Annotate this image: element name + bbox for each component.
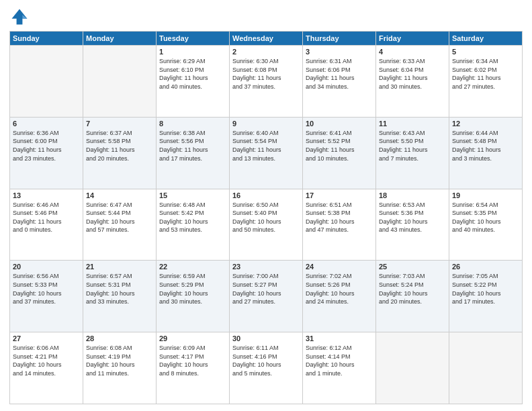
logo	[9, 7, 32, 27]
header	[9, 7, 523, 27]
day-info: Sunrise: 6:06 AMSunset: 4:21 PMDaylight:…	[13, 344, 80, 377]
day-info: Sunrise: 6:37 AMSunset: 5:58 PMDaylight:…	[86, 129, 153, 163]
day-number: 29	[159, 334, 226, 342]
day-info: Sunrise: 6:48 AMSunset: 5:42 PMDaylight:…	[159, 201, 226, 234]
calendar-cell: 29Sunrise: 6:09 AMSunset: 4:17 PMDayligh…	[157, 332, 230, 404]
calendar-cell: 2Sunrise: 6:30 AMSunset: 6:08 PMDaylight…	[230, 46, 303, 118]
calendar-week-row: 20Sunrise: 6:56 AMSunset: 5:33 PMDayligh…	[10, 261, 523, 332]
weekday-header: Wednesday	[230, 32, 303, 46]
logo-icon	[9, 7, 30, 27]
day-number: 3	[306, 48, 373, 56]
day-number: 30	[232, 334, 300, 342]
day-number: 4	[379, 48, 446, 56]
calendar-cell: 5Sunrise: 6:34 AMSunset: 6:02 PMDaylight…	[449, 46, 523, 118]
day-number: 6	[13, 120, 80, 128]
calendar-cell: 1Sunrise: 6:29 AMSunset: 6:10 PMDaylight…	[157, 46, 230, 118]
calendar-cell: 3Sunrise: 6:31 AMSunset: 6:06 PMDaylight…	[303, 46, 376, 118]
day-info: Sunrise: 6:34 AMSunset: 6:02 PMDaylight:…	[452, 57, 519, 91]
day-number: 2	[232, 48, 300, 56]
calendar-cell: 11Sunrise: 6:43 AMSunset: 5:50 PMDayligh…	[376, 117, 449, 189]
day-number: 19	[452, 191, 519, 199]
calendar-cell	[83, 46, 157, 118]
day-number: 8	[159, 120, 226, 128]
day-number: 10	[306, 120, 373, 128]
weekday-header: Monday	[83, 32, 157, 46]
day-number: 11	[379, 120, 446, 128]
day-number: 23	[232, 263, 300, 271]
day-info: Sunrise: 6:41 AMSunset: 5:52 PMDaylight:…	[306, 129, 373, 163]
page: SundayMondayTuesdayWednesdayThursdayFrid…	[0, 0, 532, 411]
calendar-cell: 8Sunrise: 6:38 AMSunset: 5:56 PMDaylight…	[157, 117, 230, 189]
calendar-cell: 9Sunrise: 6:40 AMSunset: 5:54 PMDaylight…	[230, 117, 303, 189]
calendar-cell: 22Sunrise: 6:59 AMSunset: 5:29 PMDayligh…	[157, 261, 230, 332]
day-info: Sunrise: 7:00 AMSunset: 5:27 PMDaylight:…	[232, 272, 300, 306]
calendar-cell: 12Sunrise: 6:44 AMSunset: 5:48 PMDayligh…	[449, 117, 523, 189]
day-info: Sunrise: 7:02 AMSunset: 5:26 PMDaylight:…	[306, 272, 373, 306]
day-info: Sunrise: 6:51 AMSunset: 5:38 PMDaylight:…	[306, 201, 373, 234]
day-info: Sunrise: 7:03 AMSunset: 5:24 PMDaylight:…	[379, 272, 446, 306]
day-info: Sunrise: 6:53 AMSunset: 5:36 PMDaylight:…	[379, 201, 446, 234]
calendar-cell: 23Sunrise: 7:00 AMSunset: 5:27 PMDayligh…	[230, 261, 303, 332]
calendar-cell: 19Sunrise: 6:54 AMSunset: 5:35 PMDayligh…	[449, 189, 523, 261]
calendar-cell: 10Sunrise: 6:41 AMSunset: 5:52 PMDayligh…	[303, 117, 376, 189]
calendar-cell: 24Sunrise: 7:02 AMSunset: 5:26 PMDayligh…	[303, 261, 376, 332]
weekday-header-row: SundayMondayTuesdayWednesdayThursdayFrid…	[10, 32, 523, 46]
day-info: Sunrise: 6:57 AMSunset: 5:31 PMDaylight:…	[86, 272, 153, 306]
day-info: Sunrise: 6:40 AMSunset: 5:54 PMDaylight:…	[232, 129, 300, 163]
calendar-cell: 18Sunrise: 6:53 AMSunset: 5:36 PMDayligh…	[376, 189, 449, 261]
calendar-cell: 7Sunrise: 6:37 AMSunset: 5:58 PMDaylight…	[83, 117, 157, 189]
day-number: 31	[306, 334, 373, 342]
day-info: Sunrise: 6:38 AMSunset: 5:56 PMDaylight:…	[159, 129, 226, 163]
calendar-cell: 4Sunrise: 6:33 AMSunset: 6:04 PMDaylight…	[376, 46, 449, 118]
calendar-cell: 31Sunrise: 6:12 AMSunset: 4:14 PMDayligh…	[303, 332, 376, 404]
calendar-cell: 20Sunrise: 6:56 AMSunset: 5:33 PMDayligh…	[10, 261, 83, 332]
day-number: 9	[232, 120, 300, 128]
day-info: Sunrise: 6:33 AMSunset: 6:04 PMDaylight:…	[379, 57, 446, 91]
calendar-cell	[449, 332, 523, 404]
day-number: 7	[86, 120, 153, 128]
day-number: 25	[379, 263, 446, 271]
day-number: 15	[159, 191, 226, 199]
day-number: 28	[86, 334, 153, 342]
day-info: Sunrise: 6:43 AMSunset: 5:50 PMDaylight:…	[379, 129, 446, 163]
calendar-cell: 6Sunrise: 6:36 AMSunset: 6:00 PMDaylight…	[10, 117, 83, 189]
calendar-cell: 26Sunrise: 7:05 AMSunset: 5:22 PMDayligh…	[449, 261, 523, 332]
calendar-cell: 21Sunrise: 6:57 AMSunset: 5:31 PMDayligh…	[83, 261, 157, 332]
calendar-week-row: 1Sunrise: 6:29 AMSunset: 6:10 PMDaylight…	[10, 46, 523, 118]
day-info: Sunrise: 7:05 AMSunset: 5:22 PMDaylight:…	[452, 272, 519, 306]
day-info: Sunrise: 6:54 AMSunset: 5:35 PMDaylight:…	[452, 201, 519, 234]
day-info: Sunrise: 6:30 AMSunset: 6:08 PMDaylight:…	[232, 57, 300, 91]
calendar-week-row: 6Sunrise: 6:36 AMSunset: 6:00 PMDaylight…	[10, 117, 523, 189]
day-info: Sunrise: 6:12 AMSunset: 4:14 PMDaylight:…	[306, 344, 373, 377]
day-info: Sunrise: 6:08 AMSunset: 4:19 PMDaylight:…	[86, 344, 153, 377]
calendar-cell: 28Sunrise: 6:08 AMSunset: 4:19 PMDayligh…	[83, 332, 157, 404]
day-info: Sunrise: 6:09 AMSunset: 4:17 PMDaylight:…	[159, 344, 226, 377]
day-number: 13	[13, 191, 80, 199]
day-info: Sunrise: 6:44 AMSunset: 5:48 PMDaylight:…	[452, 129, 519, 163]
svg-marker-0	[12, 9, 28, 25]
day-number: 27	[13, 334, 80, 342]
day-number: 18	[379, 191, 446, 199]
day-info: Sunrise: 6:11 AMSunset: 4:16 PMDaylight:…	[232, 344, 300, 377]
day-info: Sunrise: 6:31 AMSunset: 6:06 PMDaylight:…	[306, 57, 373, 91]
day-info: Sunrise: 6:59 AMSunset: 5:29 PMDaylight:…	[159, 272, 226, 306]
calendar-week-row: 27Sunrise: 6:06 AMSunset: 4:21 PMDayligh…	[10, 332, 523, 404]
day-number: 22	[159, 263, 226, 271]
day-info: Sunrise: 6:46 AMSunset: 5:46 PMDaylight:…	[13, 201, 80, 234]
calendar-cell	[10, 46, 83, 118]
calendar-cell: 25Sunrise: 7:03 AMSunset: 5:24 PMDayligh…	[376, 261, 449, 332]
day-number: 16	[232, 191, 300, 199]
day-number: 26	[452, 263, 519, 271]
calendar-cell	[376, 332, 449, 404]
calendar-week-row: 13Sunrise: 6:46 AMSunset: 5:46 PMDayligh…	[10, 189, 523, 261]
calendar-cell: 15Sunrise: 6:48 AMSunset: 5:42 PMDayligh…	[157, 189, 230, 261]
day-number: 17	[306, 191, 373, 199]
day-number: 20	[13, 263, 80, 271]
weekday-header: Sunday	[10, 32, 83, 46]
calendar-cell: 14Sunrise: 6:47 AMSunset: 5:44 PMDayligh…	[83, 189, 157, 261]
weekday-header: Saturday	[449, 32, 523, 46]
day-info: Sunrise: 6:50 AMSunset: 5:40 PMDaylight:…	[232, 201, 300, 234]
day-number: 24	[306, 263, 373, 271]
calendar-cell: 30Sunrise: 6:11 AMSunset: 4:16 PMDayligh…	[230, 332, 303, 404]
calendar-table: SundayMondayTuesdayWednesdayThursdayFrid…	[9, 31, 523, 404]
